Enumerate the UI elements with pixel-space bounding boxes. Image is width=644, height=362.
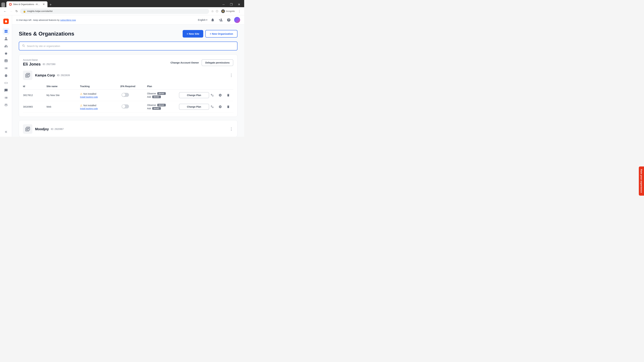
col-site-name: Site name xyxy=(46,85,80,88)
sidebar-item-analytics[interactable] xyxy=(3,65,10,71)
top-bar-actions: English ▾ xyxy=(198,17,240,23)
add-user-icon[interactable] xyxy=(218,17,224,23)
table-header: Id Site name Tracking 2FA Required Plan xyxy=(23,83,233,89)
install-link-2[interactable]: Install tracking code xyxy=(80,107,120,110)
sidebar-item-users[interactable] xyxy=(3,35,10,42)
url-bar[interactable]: 🔒 insights.hotjar.com/site/list xyxy=(20,8,209,14)
language-selector[interactable]: English ▾ xyxy=(198,18,207,21)
active-tab[interactable]: Sites & Organizations - Hotjar ✕ xyxy=(6,1,48,7)
search-bar xyxy=(19,41,238,50)
badge-ask-1: BASIC xyxy=(152,95,161,98)
tracking-text-1: Not installed xyxy=(83,92,96,95)
top-bar: 11 trial days left - keep advanced featu… xyxy=(12,15,244,25)
bookmark-icon[interactable]: ☆ xyxy=(210,9,214,14)
tracking-status-2: ⚠ Not installed Install tracking code xyxy=(80,104,120,110)
change-plan-button-2[interactable]: Change Plan xyxy=(179,104,209,110)
install-link-1[interactable]: Install tracking code xyxy=(80,96,120,98)
tab-close-button[interactable]: ✕ xyxy=(42,3,45,6)
delegate-permissions-button[interactable]: Delegate permissions xyxy=(202,59,233,66)
plan-observe-2: Observe xyxy=(147,104,156,106)
refresh-button[interactable]: ↻ xyxy=(15,9,18,13)
page-header: Sites & Organizations + New Site + New O… xyxy=(19,30,238,37)
whatsnew-icon[interactable] xyxy=(210,17,215,23)
plan-cell-1: Observe BASIC Ask BASIC xyxy=(147,92,179,98)
org-details-kampa: Kampa Corp ID: 2922639 xyxy=(35,73,70,77)
minimize-button[interactable]: ─ xyxy=(220,2,228,7)
page-title: Sites & Organizations xyxy=(19,31,74,37)
transfer-icon-2[interactable] xyxy=(209,104,215,110)
sidebar-item-starred[interactable] xyxy=(3,50,10,57)
delete-icon-1[interactable] xyxy=(225,92,231,98)
new-tab-button[interactable]: + xyxy=(48,3,53,6)
sidebar-item-team[interactable] xyxy=(3,43,10,49)
change-account-owner-button[interactable]: Change Account Owner xyxy=(170,61,199,64)
new-organization-button[interactable]: + New Organization xyxy=(205,30,238,37)
app-body: 11 trial days left - keep advanced featu… xyxy=(0,15,244,137)
transfer-icon-1[interactable] xyxy=(209,92,215,98)
lock-icon: 🔒 xyxy=(23,10,26,12)
account-info: Account Owner Eli Jones ID: 2527260 xyxy=(23,59,56,66)
plan-observe-1: Observe xyxy=(147,92,156,95)
sidebar-item-storage[interactable] xyxy=(3,102,10,108)
incognito-label: Incognito xyxy=(226,10,235,12)
org-id-kampa: ID: 2922639 xyxy=(57,74,70,77)
col-id: Id xyxy=(23,85,46,88)
cast-icon[interactable]: ⬡ xyxy=(215,9,219,13)
header-buttons: + New Site + New Organization xyxy=(183,30,238,37)
tfa-toggle-1[interactable] xyxy=(120,93,147,97)
tab-favicon xyxy=(9,3,12,6)
site-name-2: Web xyxy=(46,105,80,108)
org-header-kampa: Kampa Corp ID: 2922639 ⋮ xyxy=(23,70,233,80)
search-input[interactable] xyxy=(27,44,234,47)
svg-rect-2 xyxy=(6,30,7,31)
sidebar-item-reports[interactable] xyxy=(3,57,10,64)
tracking-status-1: ⚠ Not installed Install tracking code xyxy=(80,92,120,98)
org-more-button-kampa[interactable]: ⋮ xyxy=(229,73,233,78)
maximize-button[interactable]: ❐ xyxy=(228,2,235,7)
back-button[interactable]: ← xyxy=(3,9,8,13)
org-more-button-moodjoy[interactable]: ⋮ xyxy=(229,127,233,131)
language-label: English xyxy=(198,18,206,21)
change-plan-button-1[interactable]: Change Plan xyxy=(179,92,209,98)
plan-cell-2: Observe BASIC Ask BASIC xyxy=(147,104,179,110)
svg-rect-1 xyxy=(4,30,6,31)
sidebar-item-list[interactable] xyxy=(3,94,10,101)
org-card-kampa: Account Owner Eli Jones ID: 2527260 Chan… xyxy=(19,54,238,117)
close-button[interactable]: ✕ xyxy=(235,2,243,7)
tfa-toggle-2[interactable] xyxy=(120,104,147,109)
settings-icon-2[interactable] xyxy=(217,104,223,110)
sidebar-item-integrations[interactable] xyxy=(3,72,10,79)
sidebar-item-code[interactable] xyxy=(3,80,10,86)
plan-ask-1: Ask xyxy=(147,95,151,98)
svg-rect-4 xyxy=(6,31,7,33)
tracking-text-2: Not installed xyxy=(83,104,96,107)
sidebar-item-feedback[interactable] xyxy=(3,87,10,94)
new-site-button[interactable]: + New Site xyxy=(183,30,203,37)
sidebar-item-sites[interactable] xyxy=(3,28,10,35)
col-plan: Plan xyxy=(147,85,179,88)
forward-button[interactable]: → xyxy=(9,9,14,13)
table-row: 3817012 My New Site ⚠ Not installed Inst… xyxy=(23,89,233,101)
account-name-text: Eli Jones xyxy=(23,62,40,66)
address-bar: ← → ↻ 🔒 insights.hotjar.com/site/list ☆ … xyxy=(0,7,244,15)
org-header-moodjoy: Moodjoy ID: 2920967 ⋮ xyxy=(23,124,233,134)
org-id-moodjoy: ID: 2920967 xyxy=(51,128,64,130)
user-avatar[interactable] xyxy=(234,17,240,23)
main-content: 11 trial days left - keep advanced featu… xyxy=(12,15,244,137)
badge-observe-2: BASIC xyxy=(157,104,166,106)
settings-icon-1[interactable] xyxy=(217,92,223,98)
help-icon[interactable] xyxy=(226,17,232,23)
hotjar-logo[interactable] xyxy=(1,17,11,27)
sidebar-collapse-button[interactable] xyxy=(3,129,10,135)
more-options-icon[interactable]: ⋮ xyxy=(237,9,242,14)
delete-icon-2[interactable] xyxy=(225,104,231,110)
badge-observe-1: BASIC xyxy=(157,92,166,95)
subscribing-now-link[interactable]: subscribing now xyxy=(60,19,76,21)
col-tfa: 2FA Required xyxy=(120,85,147,88)
org-name-kampa: Kampa Corp xyxy=(35,73,55,77)
site-name-1: My New Site xyxy=(46,94,80,96)
account-owner-section: Account Owner Eli Jones ID: 2527260 Chan… xyxy=(23,59,233,66)
org-name-moodjoy: Moodjoy xyxy=(35,127,49,131)
table-row: 3816965 Web ⚠ Not installed Install trac… xyxy=(23,101,233,113)
url-text: insights.hotjar.com/site/list xyxy=(27,10,52,12)
